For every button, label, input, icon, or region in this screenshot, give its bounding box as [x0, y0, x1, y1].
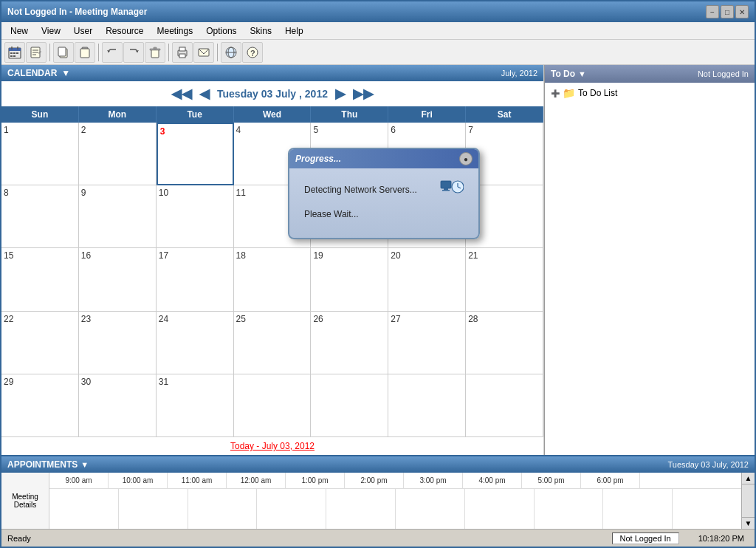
appointments-bar: APPOINTMENTS ▼ Tuesday 03 July, 2012 Mee…	[1, 455, 755, 529]
svg-rect-14	[58, 47, 66, 56]
appt-cell[interactable]	[535, 489, 604, 529]
prev-month-button[interactable]: ◀	[199, 86, 210, 102]
calendar-cell-28[interactable]: 28	[466, 312, 543, 374]
calendar-cell-2[interactable]: 2	[79, 123, 157, 185]
calendar-cell-empty[interactable]	[311, 374, 388, 437]
time-1pm: 1:00 pm	[286, 473, 345, 488]
details-label: Details	[3, 501, 47, 509]
appointments-header: APPOINTMENTS ▼ Tuesday 03 July, 2012	[1, 456, 755, 473]
appt-cell[interactable]	[49, 489, 119, 529]
calendar-cell-30[interactable]: 30	[79, 374, 157, 437]
calendar-days-header: Sun Mon Tue Wed Thu Fri Sat	[1, 106, 543, 123]
menu-meetings[interactable]: Meetings	[151, 24, 199, 38]
tool-copy[interactable]	[53, 42, 74, 63]
toolbar: ?	[1, 40, 755, 65]
appt-cell[interactable]	[257, 489, 326, 529]
calendar-cell-8[interactable]: 8	[1, 185, 79, 248]
calendar-cell-18[interactable]: 18	[234, 248, 312, 311]
appt-cell[interactable]	[396, 489, 465, 529]
calendar-cell-10[interactable]: 10	[157, 185, 234, 248]
calendar-cell-22[interactable]: 22	[1, 312, 79, 374]
menu-resource[interactable]: Resource	[100, 24, 149, 38]
appt-cell[interactable]	[188, 489, 258, 529]
menu-new[interactable]: New	[4, 24, 34, 38]
calendar-cell-19[interactable]: 19	[311, 248, 388, 311]
appt-cell[interactable]	[326, 489, 396, 529]
svg-rect-7	[10, 55, 13, 57]
progress-detecting-row: Detecting Network Servers...	[304, 179, 464, 200]
svg-rect-4	[10, 52, 13, 54]
tool-web[interactable]	[221, 42, 241, 63]
tool-calendar[interactable]	[4, 42, 25, 63]
tool-undo[interactable]	[102, 42, 123, 63]
calendar-cell-3[interactable]: 3	[157, 123, 234, 185]
progress-close-button[interactable]: ●	[459, 152, 472, 165]
appt-cell[interactable]	[603, 489, 673, 529]
scroll-down[interactable]: ▼	[742, 517, 755, 529]
calendar-cell-empty[interactable]	[388, 374, 466, 437]
progress-title: Progress...	[295, 154, 341, 164]
menu-bar: New View User Resource Meetings Options …	[1, 22, 755, 40]
calendar-cell-16[interactable]: 16	[79, 248, 157, 311]
time-2pm: 2:00 pm	[345, 473, 404, 488]
day-thu: Thu	[311, 106, 388, 123]
calendar-cell-31[interactable]: 31	[157, 374, 234, 437]
calendar-cell-empty[interactable]	[234, 374, 312, 437]
app-window: Not Logged In - Meeting Manager − □ ✕ Ne…	[0, 0, 756, 548]
restore-button[interactable]: □	[721, 5, 734, 18]
appt-cell[interactable]	[673, 489, 741, 529]
svg-text:?: ?	[250, 49, 255, 58]
calendar-cell-9[interactable]: 9	[79, 185, 157, 248]
toolbar-separator-3	[168, 44, 169, 61]
tool-paste[interactable]	[75, 42, 95, 63]
menu-options[interactable]: Options	[200, 24, 242, 38]
calendar-cell-20[interactable]: 20	[388, 248, 466, 311]
svg-rect-1	[9, 48, 21, 51]
appt-scrollbar[interactable]: ▲ ▼	[741, 473, 755, 529]
tool-edit[interactable]	[26, 42, 47, 63]
svg-rect-8	[13, 55, 16, 57]
minimize-button[interactable]: −	[706, 5, 719, 18]
menu-view[interactable]: View	[35, 24, 66, 38]
status-time: 10:18:20 PM	[694, 533, 749, 544]
appt-cell[interactable]	[119, 489, 188, 529]
folder-icon: 📁	[563, 87, 575, 99]
todo-list-label: To Do List	[578, 88, 617, 98]
menu-help[interactable]: Help	[279, 24, 309, 38]
svg-rect-31	[441, 181, 451, 188]
next-year-button[interactable]: ▶▶	[353, 86, 374, 102]
tool-help[interactable]: ?	[242, 42, 263, 63]
prev-year-button[interactable]: ◀◀	[171, 86, 192, 102]
calendar-cell-21[interactable]: 21	[466, 248, 543, 311]
menu-user[interactable]: User	[68, 24, 98, 38]
calendar-cell-empty[interactable]	[466, 374, 543, 437]
toolbar-separator-2	[98, 44, 99, 61]
time-11am: 11:00 am	[168, 473, 227, 488]
todo-title: To Do ▼	[551, 69, 586, 79]
calendar-cell-26[interactable]: 26	[311, 312, 388, 374]
todo-tree-item[interactable]: ➕ 📁 To Do List	[548, 86, 752, 100]
close-button[interactable]: ✕	[735, 5, 749, 18]
svg-rect-16	[80, 49, 89, 58]
scroll-up[interactable]: ▲	[742, 473, 755, 484]
menu-skins[interactable]: Skins	[244, 24, 278, 38]
today-link[interactable]: Today - July 03, 2012	[230, 441, 315, 451]
calendar-cell-23[interactable]: 23	[79, 312, 157, 374]
calendar-cell-15[interactable]: 15	[1, 248, 79, 311]
appt-cell[interactable]	[465, 489, 535, 529]
calendar-cell-17[interactable]: 17	[157, 248, 234, 311]
tool-redo[interactable]	[123, 42, 144, 63]
appointments-labels: Meeting Details	[1, 473, 49, 529]
calendar-cell-24[interactable]: 24	[157, 312, 234, 374]
calendar-cell-27[interactable]: 27	[388, 312, 466, 374]
calendar-cell-25[interactable]: 25	[234, 312, 312, 374]
tool-print[interactable]	[172, 42, 193, 63]
calendar-cell-29[interactable]: 29	[1, 374, 79, 437]
status-ready: Ready	[7, 534, 31, 543]
next-month-button[interactable]: ▶	[335, 86, 346, 102]
tool-delete[interactable]	[145, 42, 165, 63]
meeting-label: Meeting	[3, 493, 47, 501]
tool-email[interactable]	[193, 42, 214, 63]
status-right: Not Logged In 10:18:20 PM	[612, 532, 749, 544]
calendar-cell-1[interactable]: 1	[1, 123, 79, 185]
